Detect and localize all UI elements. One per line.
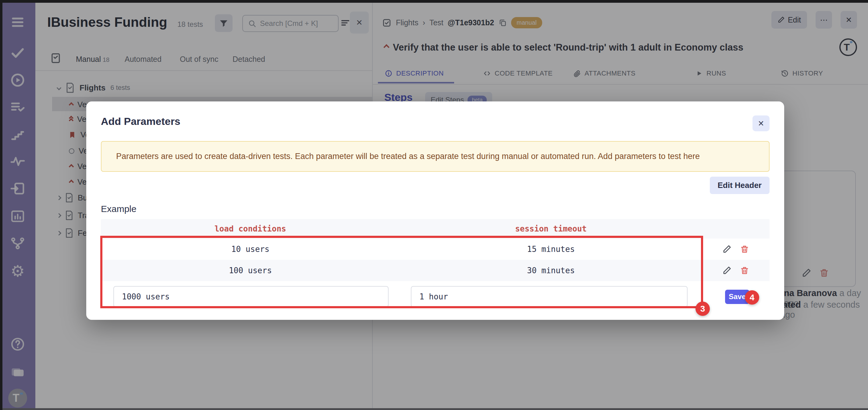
example-label: Example <box>101 204 770 214</box>
modal-title: Add Parameters <box>101 116 180 127</box>
delete-row-icon[interactable] <box>740 266 749 275</box>
window-edge-top <box>0 0 868 3</box>
annotation-badge-4: 4 <box>745 290 759 305</box>
close-icon: ✕ <box>758 119 764 128</box>
column-header-session-timeout: session timeout <box>400 224 702 233</box>
column-header-load-conditions: load conditions <box>101 224 400 233</box>
annotation-rectangle <box>100 236 703 308</box>
window-edge-left <box>0 0 2 410</box>
info-banner: Parameters are used to create data-drive… <box>101 141 770 172</box>
modal-close-button[interactable]: ✕ <box>752 116 770 131</box>
annotation-badge-3: 3 <box>695 302 710 316</box>
delete-row-icon[interactable] <box>740 245 749 254</box>
edit-row-icon[interactable] <box>722 266 732 275</box>
edit-header-button[interactable]: Edit Header <box>710 177 770 194</box>
edit-row-icon[interactable] <box>722 245 732 254</box>
window-edge-bottom <box>0 408 868 410</box>
